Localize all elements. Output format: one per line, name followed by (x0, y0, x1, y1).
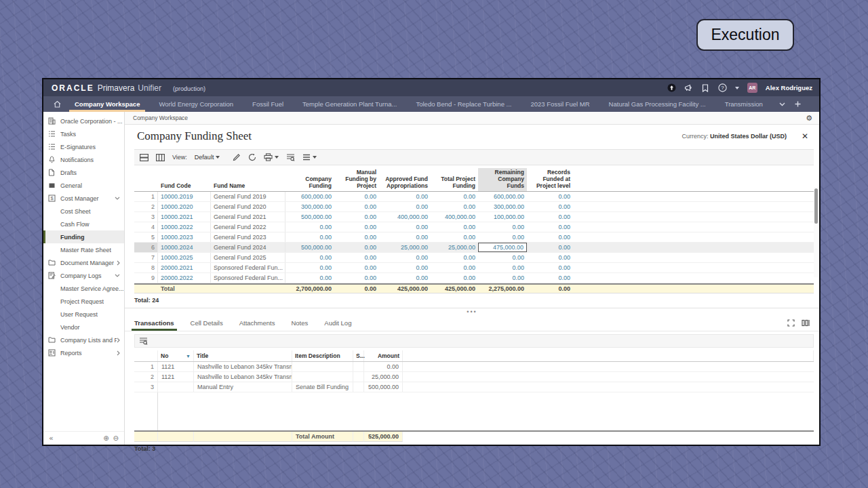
sidebar-item[interactable]: User Request (43, 308, 124, 321)
chevron-right-icon[interactable] (117, 338, 120, 343)
collapse-sidebar-icon[interactable]: « (49, 434, 54, 443)
column-header[interactable]: Total Project Funding (431, 168, 478, 191)
value-cell[interactable]: 0.00 (334, 232, 379, 242)
value-cell[interactable]: 0.00 (527, 243, 573, 252)
workspace-tab[interactable]: World Energy Corporation (149, 96, 243, 112)
column-header[interactable]: Approved Fund Appropriations (379, 168, 431, 191)
value-cell[interactable]: 0.00 (478, 253, 527, 262)
sidebar-item[interactable]: Project Request (43, 295, 124, 308)
sidebar-item[interactable]: Cost Sheet (43, 205, 124, 218)
chevron-right-icon[interactable] (117, 350, 120, 356)
no-cell[interactable]: 1121 (158, 362, 194, 371)
value-cell[interactable]: 0.00 (285, 222, 334, 232)
detail-tab[interactable]: Cell Details (191, 314, 223, 331)
grid-scrollbar[interactable] (814, 187, 818, 277)
value-cell[interactable]: 25,000.00 (379, 243, 431, 252)
workspace-tab[interactable]: Temple Generation Plant Turna... (293, 96, 406, 112)
workspace-tab[interactable]: 2023 Fossil Fuel MR (521, 96, 599, 112)
sidebar-item[interactable]: Company Logs (43, 269, 124, 282)
value-cell[interactable]: 100,000.00 (478, 212, 527, 222)
value-cell[interactable]: 0.00 (527, 202, 573, 211)
column-header[interactable]: Remaining Company Funds (478, 168, 527, 191)
workspace-tab[interactable]: Natural Gas Processing Facility ... (599, 96, 715, 112)
print-menu[interactable] (264, 153, 279, 161)
dock-right-icon[interactable] (802, 319, 810, 327)
split-rows-icon[interactable] (140, 154, 149, 161)
sidebar-item[interactable]: Company Lists and Pi... (43, 333, 124, 346)
row-number[interactable]: 5 (134, 232, 158, 242)
fund-code-link[interactable]: 20000.2022 (158, 273, 211, 283)
sidebar-item[interactable]: Tasks (43, 127, 124, 140)
tabs-overflow-icon[interactable] (779, 102, 785, 106)
fund-code-link[interactable]: 10000.2019 (158, 192, 211, 201)
value-cell[interactable]: 0.00 (478, 222, 527, 232)
whats-new-icon[interactable] (667, 83, 676, 92)
item-description-cell[interactable] (292, 372, 353, 382)
amount-cell[interactable]: 0.00 (364, 362, 403, 371)
value-cell[interactable]: 0.00 (334, 273, 379, 283)
sidebar-item[interactable]: Master Rate Sheet (43, 243, 124, 256)
value-cell[interactable]: 0.00 (478, 263, 527, 272)
value-cell[interactable]: 0.00 (431, 192, 478, 201)
amount-cell[interactable]: 500,000.00 (364, 382, 403, 392)
value-cell[interactable]: 0.00 (379, 263, 431, 272)
home-icon[interactable] (49, 96, 65, 112)
value-cell[interactable]: 25,000.00 (431, 243, 478, 252)
detail-tab[interactable]: Audit Log (324, 314, 351, 331)
value-cell[interactable]: 0.00 (527, 212, 573, 222)
no-cell[interactable] (158, 382, 194, 392)
title-cell[interactable]: Manual Entry (194, 382, 292, 392)
status-cell[interactable] (353, 362, 364, 371)
chevron-down-icon[interactable] (115, 197, 120, 200)
value-cell[interactable]: 0.00 (285, 232, 334, 242)
value-cell[interactable]: 0.00 (334, 202, 379, 211)
find-on-page-icon[interactable] (286, 153, 295, 161)
sidebar-item[interactable]: General (43, 179, 124, 192)
find-in-transactions-icon[interactable] (139, 337, 148, 345)
value-cell[interactable]: 0.00 (431, 232, 478, 242)
value-cell[interactable]: 600,000.00 (285, 192, 334, 201)
value-cell[interactable]: 0.00 (527, 273, 573, 283)
fund-code-link[interactable]: 10000.2021 (158, 212, 211, 222)
amount-cell[interactable]: 25,000.00 (364, 372, 403, 382)
chevron-right-icon[interactable] (117, 260, 120, 266)
row-number[interactable]: 4 (134, 222, 158, 232)
value-cell[interactable]: 0.00 (379, 222, 431, 232)
panel-splitter-handle[interactable]: ••• (125, 308, 819, 314)
no-cell[interactable]: 1121 (158, 372, 194, 382)
column-header[interactable]: S... (353, 350, 364, 361)
value-cell[interactable]: 600,000.00 (478, 192, 527, 201)
item-description-cell[interactable] (292, 362, 353, 371)
avatar[interactable]: AR (747, 83, 757, 93)
menu-options[interactable] (302, 154, 317, 161)
refresh-icon[interactable] (248, 153, 256, 161)
value-cell[interactable]: 0.00 (285, 273, 334, 283)
column-header[interactable]: Fund Code (158, 168, 211, 191)
view-select[interactable]: Default (195, 154, 220, 161)
maximize-icon[interactable] (787, 319, 795, 327)
fund-code-link[interactable]: 10000.2020 (158, 202, 211, 211)
announcements-icon[interactable] (684, 83, 693, 92)
value-cell[interactable]: 500,000.00 (285, 212, 334, 222)
value-cell[interactable]: 300,000.00 (285, 202, 334, 211)
row-number[interactable]: 1 (134, 362, 158, 371)
value-cell[interactable]: 0.00 (379, 202, 431, 211)
fund-name-cell[interactable]: General Fund 2023 (211, 232, 285, 242)
value-cell[interactable]: 400,000.00 (379, 212, 431, 222)
fund-name-cell[interactable]: General Fund 2024 (211, 243, 285, 252)
fund-code-link[interactable]: 10000.2025 (158, 253, 211, 262)
zoom-in-icon[interactable]: ⊕ (103, 434, 108, 442)
column-header[interactable]: Item Description (292, 350, 353, 361)
fund-code-link[interactable]: 10000.2024 (158, 243, 211, 252)
workspace-tab[interactable]: Company Workspace (65, 96, 149, 112)
selected-cell[interactable]: 475,000.00 (478, 243, 527, 252)
column-header[interactable]: No▼ (158, 350, 194, 361)
column-header[interactable]: Records Funded at Project level (527, 168, 573, 191)
sidebar-item[interactable]: Oracle Corporation - ... (43, 115, 124, 127)
sort-desc-icon[interactable]: ▼ (186, 354, 191, 359)
value-cell[interactable]: 0.00 (431, 253, 478, 262)
value-cell[interactable]: 0.00 (478, 232, 527, 242)
row-number-header[interactable] (134, 350, 158, 361)
row-number[interactable]: 1 (134, 192, 158, 201)
detail-tab[interactable]: Transactions (134, 314, 174, 331)
